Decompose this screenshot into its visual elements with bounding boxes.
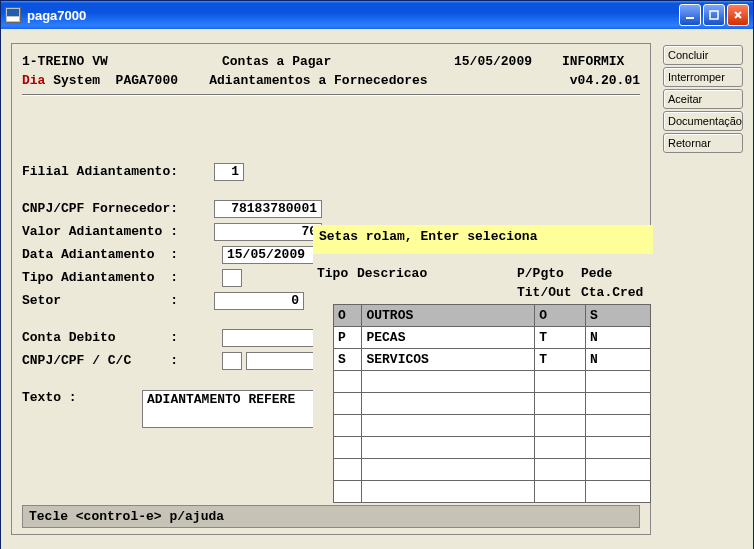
texto-label: Texto : — [22, 390, 142, 405]
popup-header-line2: Tit/Out Cta.Cred — [313, 283, 653, 302]
company-label: 1-TREINO VW — [22, 54, 222, 69]
setor-input[interactable] — [214, 292, 304, 310]
cell-pc: N — [585, 327, 650, 349]
cell-tipo: P — [334, 327, 362, 349]
filial-input[interactable] — [214, 163, 244, 181]
table-row[interactable] — [334, 437, 651, 459]
dia-label: Dia — [22, 73, 45, 88]
retornar-button[interactable]: Retornar — [663, 133, 743, 153]
tipo-input[interactable] — [222, 269, 242, 287]
cell-pc — [585, 481, 650, 503]
close-icon — [733, 10, 743, 20]
cell-tipo — [334, 415, 362, 437]
concluir-button[interactable]: Concluir — [663, 45, 743, 65]
table-row[interactable]: OOUTROSOS — [334, 305, 651, 327]
table-row[interactable]: SSERVICOSTN — [334, 349, 651, 371]
cell-pc — [585, 459, 650, 481]
cell-tipo: O — [334, 305, 362, 327]
header-line1: 1-TREINO VW Contas a Pagar 15/05/2009 IN… — [12, 50, 650, 69]
svg-rect-1 — [710, 11, 718, 19]
cell-tipo: S — [334, 349, 362, 371]
header-line2: Dia System PAGA7000 Adiantamentos a Forn… — [12, 69, 650, 88]
cell-tipo — [334, 393, 362, 415]
cell-pp — [535, 415, 586, 437]
cell-pp — [535, 371, 586, 393]
minimize-icon — [685, 10, 695, 20]
valor-input[interactable] — [214, 223, 322, 241]
valor-label: Valor Adiantamento : — [22, 224, 214, 239]
cell-pc: S — [585, 305, 650, 327]
minimize-button[interactable] — [679, 4, 701, 26]
cell-pc — [585, 393, 650, 415]
cell-desc: OUTROS — [362, 305, 535, 327]
table-row[interactable] — [334, 415, 651, 437]
col-desc-header: Descricao — [357, 266, 517, 281]
client-area: Concluir Interromper Aceitar Documentaçã… — [1, 29, 753, 549]
help-bar: Tecle <control-e> p/ajuda — [22, 505, 640, 528]
cell-pp: T — [535, 327, 586, 349]
side-toolbar: Concluir Interromper Aceitar Documentaçã… — [663, 45, 743, 153]
cell-desc: PECAS — [362, 327, 535, 349]
program-label: System PAGA7000 Adiantamentos a Forneced… — [45, 73, 569, 88]
col-ppgto-header: P/Pgto — [517, 266, 581, 281]
conta-input[interactable] — [222, 329, 322, 347]
table-row[interactable] — [334, 459, 651, 481]
cell-pp — [535, 393, 586, 415]
cell-pp — [535, 481, 586, 503]
row-filial: Filial Adiantamento: — [12, 160, 650, 183]
conta-label: Conta Debito : — [22, 330, 222, 345]
documentacao-button[interactable]: Documentação — [663, 111, 743, 131]
maximize-button[interactable] — [703, 4, 725, 26]
cell-desc — [362, 371, 535, 393]
table-row[interactable]: PPECASTN — [334, 327, 651, 349]
cnpj-input[interactable] — [214, 200, 322, 218]
cell-pp: T — [535, 349, 586, 371]
col-titout-header: Tit/Out — [517, 285, 581, 300]
titlebar[interactable]: paga7000 — [1, 1, 753, 29]
cell-pp — [535, 459, 586, 481]
tipo-label: Tipo Adiantamento : — [22, 270, 222, 285]
cnpjcc-label: CNPJ/CPF / C/C : — [22, 353, 222, 368]
table-row[interactable] — [334, 371, 651, 393]
col-pede-header: Pede — [581, 266, 612, 281]
col-ctacred-header: Cta.Cred — [581, 285, 643, 300]
cell-tipo — [334, 437, 362, 459]
table-row[interactable] — [334, 393, 651, 415]
cell-tipo — [334, 371, 362, 393]
cell-desc — [362, 393, 535, 415]
data-label: Data Adiantamento : — [22, 247, 222, 262]
version-label: v04.20.01 — [570, 73, 640, 88]
interromper-button[interactable]: Interromper — [663, 67, 743, 87]
close-button[interactable] — [727, 4, 749, 26]
cell-pc — [585, 437, 650, 459]
cnpj-label: CNPJ/CPF Fornecedor: — [22, 201, 214, 216]
cell-desc — [362, 437, 535, 459]
cell-pc: N — [585, 349, 650, 371]
main-window: paga7000 Concluir Interromper Aceitar Do… — [0, 0, 754, 549]
data-input[interactable] — [222, 246, 322, 264]
aceitar-button[interactable]: Aceitar — [663, 89, 743, 109]
cell-tipo — [334, 459, 362, 481]
filial-label: Filial Adiantamento: — [22, 164, 214, 179]
cell-pp — [535, 437, 586, 459]
cell-desc — [362, 415, 535, 437]
texto-input[interactable] — [142, 390, 322, 428]
window-controls — [679, 4, 749, 26]
cnpjcc-input-2[interactable] — [246, 352, 322, 370]
window-title: paga7000 — [27, 8, 679, 23]
maximize-icon — [709, 10, 719, 20]
cell-desc: SERVICOS — [362, 349, 535, 371]
cell-desc — [362, 481, 535, 503]
popup-header-line1: Tipo Descricao P/Pgto Pede — [313, 264, 653, 283]
cnpjcc-input-1[interactable] — [222, 352, 242, 370]
setor-label: Setor : — [22, 293, 214, 308]
row-cnpj: CNPJ/CPF Fornecedor: — [12, 197, 650, 220]
popup-hint: Setas rolam, Enter seleciona — [313, 225, 653, 254]
table-row[interactable] — [334, 481, 651, 503]
cell-pp: O — [535, 305, 586, 327]
cell-pc — [585, 415, 650, 437]
module-label: Contas a Pagar — [222, 54, 454, 69]
col-tipo-header: Tipo — [317, 266, 357, 281]
date-label: 15/05/2009 — [454, 54, 562, 69]
popup-table[interactable]: OOUTROSOSPPECASTNSSERVICOSTN — [333, 304, 651, 503]
